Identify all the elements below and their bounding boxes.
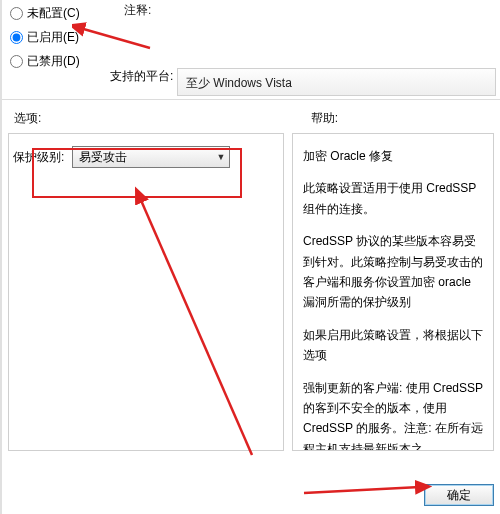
config-state-section: 未配置(C) 已启用(E) 已禁用(D) 注释: 支持的平台: 至少 Windo… — [2, 0, 500, 100]
chevron-down-icon: ▼ — [216, 152, 225, 162]
svg-line-2 — [304, 487, 420, 493]
ok-button[interactable]: 确定 — [424, 484, 494, 506]
help-text: CredSSP 协议的某些版本容易受到针对。此策略控制与易受攻击的客户端和服务你… — [303, 231, 485, 313]
protection-level-value: 易受攻击 — [79, 149, 127, 166]
options-label: 选项: — [14, 110, 41, 127]
radio-not-configured[interactable]: 未配置(C) — [10, 2, 80, 24]
radio-enabled-label: 已启用(E) — [27, 29, 79, 46]
help-text: 此策略设置适用于使用 CredSSP 组件的连接。 — [303, 178, 485, 219]
protection-level-row: 保护级别: 易受攻击 ▼ — [13, 146, 230, 168]
comment-label: 注释: — [124, 2, 151, 19]
protection-level-label: 保护级别: — [13, 149, 64, 166]
platform-label: 支持的平台: — [110, 68, 173, 85]
panels-row: 保护级别: 易受攻击 ▼ 加密 Oracle 修复 此策略设置适用于使用 Cre… — [2, 133, 500, 451]
radio-disabled-label: 已禁用(D) — [27, 53, 80, 70]
annotation-arrow-icon — [302, 475, 432, 505]
radio-not-configured-input[interactable] — [10, 7, 23, 20]
radio-disabled-input[interactable] — [10, 55, 23, 68]
help-text: 如果启用此策略设置，将根据以下选项 — [303, 325, 485, 366]
help-text: 强制更新的客户端: 使用 CredSSP 的客到不安全的版本，使用 CredSS… — [303, 378, 485, 451]
options-panel: 保护级别: 易受攻击 ▼ — [8, 133, 284, 451]
help-title: 加密 Oracle 修复 — [303, 146, 485, 166]
radio-not-configured-label: 未配置(C) — [27, 5, 80, 22]
protection-level-dropdown[interactable]: 易受攻击 ▼ — [72, 146, 230, 168]
dialog-footer: 确定 — [424, 484, 494, 506]
section-labels: 选项: 帮助: — [2, 100, 500, 133]
radio-disabled[interactable]: 已禁用(D) — [10, 50, 80, 72]
radio-enabled-input[interactable] — [10, 31, 23, 44]
help-label: 帮助: — [311, 110, 338, 127]
state-radio-group: 未配置(C) 已启用(E) 已禁用(D) — [10, 0, 80, 74]
radio-enabled[interactable]: 已启用(E) — [10, 26, 80, 48]
help-panel: 加密 Oracle 修复 此策略设置适用于使用 CredSSP 组件的连接。 C… — [292, 133, 494, 451]
platform-value: 至少 Windows Vista — [177, 68, 496, 96]
